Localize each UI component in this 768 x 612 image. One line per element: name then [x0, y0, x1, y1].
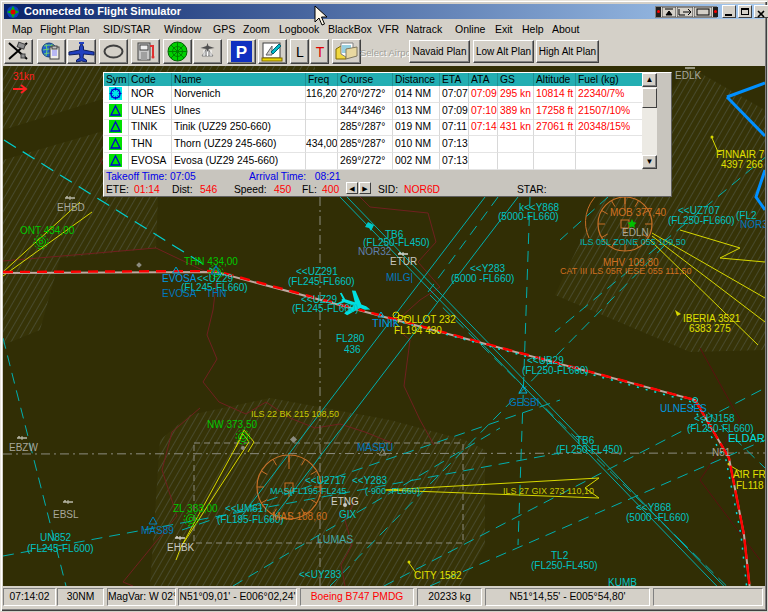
svg-text:POLLOT 232: POLLOT 232 — [397, 314, 456, 325]
svg-text:ETNG: ETNG — [331, 496, 359, 507]
svg-text:ELDAR: ELDAR — [728, 432, 765, 444]
svg-text:(-900 -FL660): (-900 -FL660) — [365, 486, 420, 496]
svg-text:FL194 430: FL194 430 — [394, 325, 442, 336]
svg-text:ZL 333,00: ZL 333,00 — [173, 503, 218, 514]
svg-text:(FL245-FL660): (FL245-FL660) — [288, 276, 355, 287]
svg-text:MAS(FL195-FL245: MAS(FL195-FL245 — [270, 486, 347, 496]
svg-text:<<U2717: <<U2717 — [305, 475, 347, 486]
svg-text:EHBK: EHBK — [167, 542, 195, 553]
svg-text:(FL250-FL660): (FL250-FL660) — [522, 365, 589, 376]
svg-text:NOR32: NOR32 — [740, 219, 765, 230]
svg-text:CAT III ILS 05R IESE 055 111,: CAT III ILS 05R IESE 055 111,50 — [560, 266, 691, 276]
svg-text:NW 373,50: NW 373,50 — [207, 419, 257, 430]
svg-text:THN 434,00: THN 434,00 — [184, 256, 238, 267]
svg-text:EDLK: EDLK — [675, 70, 701, 81]
svg-text:N51: N51 — [712, 447, 731, 458]
svg-text:UN852: UN852 — [40, 532, 72, 543]
svg-text:ETUR: ETUR — [390, 256, 417, 267]
svg-text:(5000 -FL660): (5000 -FL660) — [451, 273, 514, 284]
svg-text:<<UM617: <<UM617 — [225, 503, 269, 514]
svg-text:EHBD: EHBD — [57, 202, 85, 213]
svg-text:FL118 3: FL118 3 — [736, 480, 765, 491]
svg-text:P: P — [236, 43, 247, 62]
svg-text:LUMAS: LUMAS — [317, 533, 353, 545]
svg-text:CITY 1582: CITY 1582 — [414, 570, 462, 581]
svg-text:GIX: GIX — [339, 509, 357, 520]
svg-text:EDLN: EDLN — [622, 227, 649, 238]
svg-text:FL280: FL280 — [336, 333, 365, 344]
svg-text:T: T — [316, 44, 325, 60]
svg-text:MAS 108,60: MAS 108,60 — [272, 511, 327, 522]
svg-text:31kn: 31kn — [13, 71, 35, 82]
svg-text:ILS 05L ZONE 055 109,50: ILS 05L ZONE 055 109,50 — [580, 237, 686, 247]
svg-text:(FL250-FL450): (FL250-FL450) — [556, 444, 623, 455]
svg-text:(5000-FL660): (5000-FL660) — [498, 211, 559, 222]
svg-text:(5000 -FL660): (5000 -FL660) — [626, 512, 689, 523]
svg-text:THN: THN — [206, 288, 227, 299]
svg-text:(FL250-FL450): (FL250-FL450) — [531, 560, 598, 571]
svg-text:MILG|: MILG| — [386, 272, 413, 283]
svg-text:EBSL: EBSL — [53, 509, 79, 520]
svg-text:(FL245-FL660): (FL245-FL660) — [292, 303, 359, 314]
svg-text:(FL250-FL660): (FL250-FL660) — [668, 215, 735, 226]
svg-text:ILS 27 GIX 273 110,10: ILS 27 GIX 273 110,10 — [503, 486, 594, 496]
svg-text:EVOSA: EVOSA — [162, 288, 197, 299]
svg-text:4397 266: 4397 266 — [721, 159, 763, 170]
svg-text:ILS 22 BK 215 108,50: ILS 22 BK 215 108,50 — [251, 409, 339, 419]
svg-text:6383 275: 6383 275 — [689, 323, 731, 334]
svg-text:436: 436 — [344, 344, 361, 355]
svg-text:<<Y283: <<Y283 — [352, 475, 387, 486]
svg-text:(FL245-FL600): (FL245-FL600) — [27, 543, 94, 554]
svg-text:MASRU: MASRU — [357, 442, 393, 453]
svg-text:MAS89: MAS89 — [141, 525, 174, 536]
svg-text:GESBI: GESBI — [509, 397, 540, 408]
svg-text:ONT 434,00: ONT 434,00 — [20, 225, 75, 236]
svg-text:MOB 377,40: MOB 377,40 — [610, 207, 667, 218]
svg-text:<<UY283: <<UY283 — [299, 569, 342, 580]
svg-text:KUMB: KUMB — [608, 577, 637, 586]
svg-text:EBZW: EBZW — [9, 442, 38, 453]
svg-text:(FL250-FL450): (FL250-FL450) — [363, 237, 430, 248]
svg-text:AIR FR: AIR FR — [733, 469, 765, 480]
svg-text:L: L — [296, 44, 304, 60]
